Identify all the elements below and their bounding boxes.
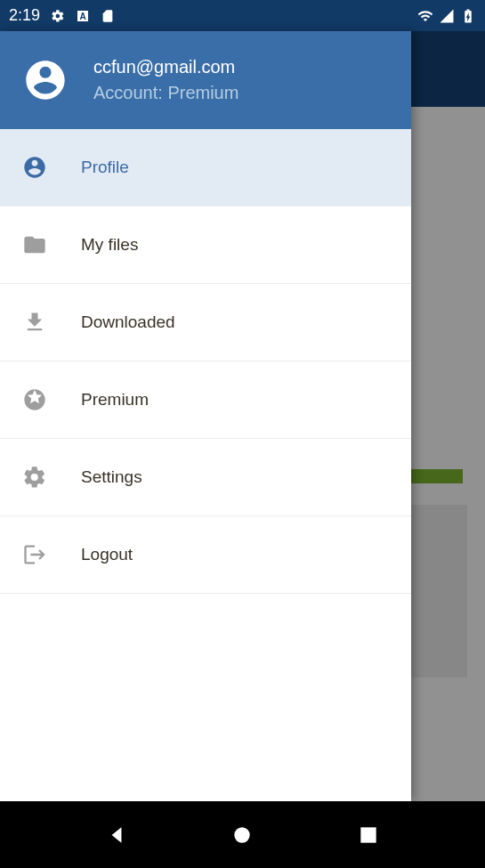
font-icon: A [76,9,90,23]
nav-label: Settings [81,467,142,487]
svg-text:A: A [79,12,85,21]
user-email: ccfun@gmail.com [93,57,238,77]
nav-label: Downloaded [81,312,175,332]
sd-card-icon [101,9,115,23]
nav-item-settings[interactable]: Settings [0,439,411,516]
back-icon[interactable] [105,823,128,847]
status-time: 2:19 [9,6,40,25]
gear-icon [51,9,65,23]
nav-item-logout[interactable]: Logout [0,516,411,594]
nav-item-downloaded[interactable]: Downloaded [0,284,411,361]
recent-apps-icon[interactable] [357,823,380,847]
signal-icon [439,8,455,24]
status-left: 2:19 A [9,6,115,25]
nav-label: Premium [81,390,149,410]
logout-icon [22,542,47,567]
star-circle-icon [22,387,47,412]
nav-drawer: ccfun@gmail.com Account: Premium Profile… [0,31,411,801]
person-icon [22,155,47,180]
nav-item-myfiles[interactable]: My files [0,207,411,284]
download-icon [22,310,47,335]
folder-icon [22,232,47,257]
account-type: Account: Premium [93,83,238,103]
nav-label: Profile [81,158,129,177]
battery-charging-icon [460,8,476,24]
drawer-header-texts: ccfun@gmail.com Account: Premium [93,57,238,103]
nav-label: My files [81,235,138,255]
drawer-header[interactable]: ccfun@gmail.com Account: Premium [0,31,411,129]
svg-rect-3 [360,827,376,842]
nav-item-profile[interactable]: Profile [0,129,411,207]
wifi-icon [417,8,433,24]
svg-point-2 [235,827,250,842]
status-right [417,8,476,24]
gear-icon [22,465,47,490]
nav-label: Logout [81,545,133,564]
android-nav-bar [0,801,485,868]
nav-item-premium[interactable]: Premium [0,361,411,439]
home-icon[interactable] [230,823,254,847]
avatar-icon [22,57,69,103]
status-bar: 2:19 A [0,0,485,31]
